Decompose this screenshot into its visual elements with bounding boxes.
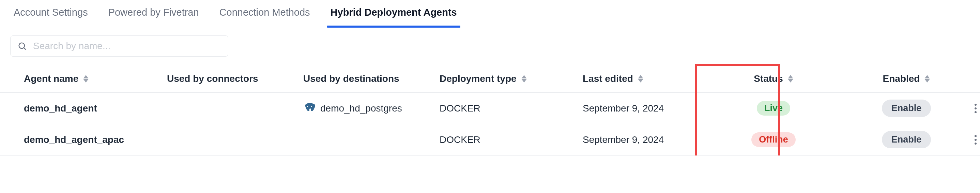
- table-row: demo_hd_agent_apac DOCKER September 9, 2…: [0, 124, 980, 155]
- cell-deployment-type: DOCKER: [439, 103, 583, 114]
- cell-destinations: demo_hd_postgres: [303, 102, 439, 115]
- column-agent-name[interactable]: Agent name: [24, 73, 167, 84]
- cell-status: Live: [705, 101, 842, 116]
- svg-point-2: [307, 106, 308, 107]
- agents-table: Agent name Used by connectors Used by de…: [0, 65, 980, 155]
- tab-hybrid-deployment-agents[interactable]: Hybrid Deployment Agents: [327, 0, 460, 27]
- destination-name: demo_hd_postgres: [320, 103, 402, 114]
- column-label: Used by destinations: [303, 73, 399, 84]
- tab-account-settings[interactable]: Account Settings: [10, 0, 91, 27]
- column-label: Agent name: [24, 73, 78, 84]
- enable-button[interactable]: Enable: [882, 131, 931, 148]
- sort-icon[interactable]: [83, 75, 89, 83]
- sort-icon[interactable]: [521, 75, 527, 83]
- sort-icon[interactable]: [638, 75, 643, 83]
- enable-button[interactable]: Enable: [882, 100, 931, 117]
- cell-enabled: Enable: [842, 131, 971, 148]
- status-badge: Live: [757, 101, 790, 116]
- row-actions-menu-icon[interactable]: [971, 100, 980, 116]
- search-icon: [18, 41, 27, 51]
- column-label: Enabled: [883, 73, 920, 84]
- table-row: demo_hd_agent demo_hd_postgres DOCKER Se…: [0, 93, 980, 124]
- column-last-edited[interactable]: Last edited: [583, 73, 705, 84]
- cell-agent-name: demo_hd_agent_apac: [24, 134, 167, 145]
- column-label: Used by connectors: [167, 73, 258, 84]
- search-box[interactable]: [10, 35, 228, 57]
- row-actions-menu-icon[interactable]: [971, 132, 980, 148]
- tab-connection-methods[interactable]: Connection Methods: [216, 0, 313, 27]
- cell-agent-name: demo_hd_agent: [24, 103, 167, 114]
- cell-last-edited: September 9, 2024: [583, 134, 705, 145]
- postgres-icon: [303, 102, 315, 115]
- column-label: Deployment type: [439, 73, 517, 84]
- column-enabled[interactable]: Enabled: [842, 73, 971, 84]
- tab-powered-by-fivetran[interactable]: Powered by Fivetran: [105, 0, 202, 27]
- sort-icon[interactable]: [788, 75, 793, 83]
- cell-last-edited: September 9, 2024: [583, 103, 705, 114]
- cell-status: Offline: [705, 132, 842, 147]
- column-used-by-destinations: Used by destinations: [303, 73, 439, 84]
- sort-icon[interactable]: [924, 75, 930, 83]
- svg-point-0: [19, 43, 24, 48]
- tab-bar: Account Settings Powered by Fivetran Con…: [0, 0, 980, 27]
- svg-line-1: [24, 48, 26, 50]
- column-deployment-type[interactable]: Deployment type: [439, 73, 583, 84]
- column-status[interactable]: Status: [705, 73, 842, 84]
- column-label: Last edited: [583, 73, 633, 84]
- svg-point-3: [311, 106, 312, 107]
- cell-deployment-type: DOCKER: [439, 134, 583, 145]
- search-input[interactable]: [33, 41, 221, 51]
- column-label: Status: [754, 73, 783, 84]
- status-badge: Offline: [751, 132, 795, 147]
- column-used-by-connectors: Used by connectors: [167, 73, 303, 84]
- cell-enabled: Enable: [842, 100, 971, 117]
- table-header: Agent name Used by connectors Used by de…: [0, 65, 980, 93]
